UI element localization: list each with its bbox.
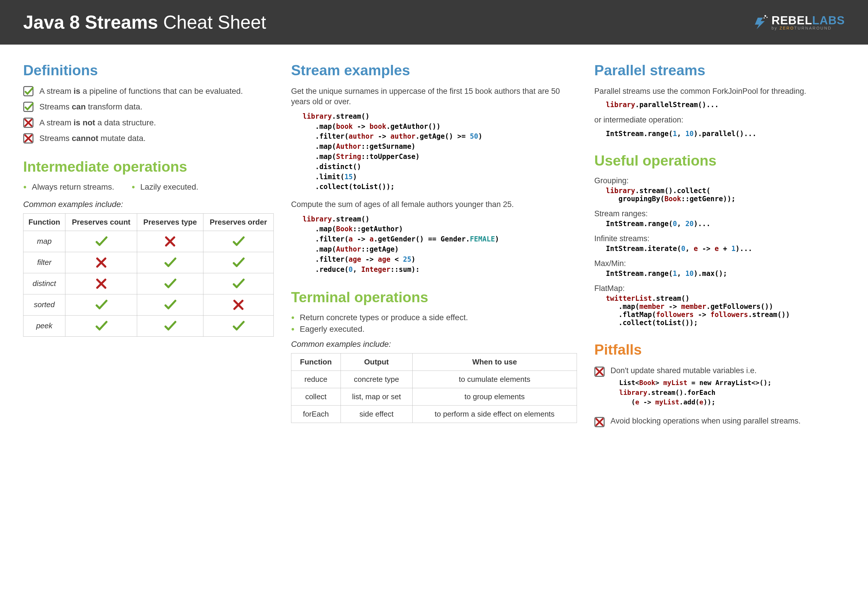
examples-section: Stream examples Get the unique surnames … [291,62,577,274]
table-cell: to group elements [412,388,577,406]
bool-cell [65,315,137,336]
bool-cell [65,231,137,252]
table-cell: forEach [291,406,341,423]
useful-label: Grouping: [594,176,845,185]
definition-text: A stream is not a data structure. [39,118,156,128]
table-cell: list, map or set [341,388,412,406]
example2-desc: Compute the sum of ages of all female au… [291,199,577,210]
parallel-desc2: or intermediate operation: [594,115,845,125]
definition-text: Streams cannot mutate data. [39,133,146,144]
fn-cell: filter [23,252,65,273]
page-title: Java 8 Streams Cheat Sheet [23,12,266,33]
table-cell: to cumulate elements [412,371,577,388]
logo-icon [753,14,769,30]
pitfalls-section: Pitfalls Don't update shared mutable var… [594,341,845,427]
bool-cell [65,252,137,273]
definition-text: Streams can transform data. [39,102,143,112]
header: Java 8 Streams Cheat Sheet REBELLABS by … [0,0,868,45]
useful-item: Grouping:library.stream().collect( group… [594,176,845,203]
table-cell: to perform a side effect on elements [412,406,577,423]
table-row: forEachside effectto perform a side effe… [291,406,577,423]
definition-item: A stream is a pipeline of functions that… [23,86,274,96]
logo-sub: by ZEROTURNAROUND [772,26,845,30]
bool-cell [65,294,137,315]
parallel-heading: Parallel streams [594,62,845,79]
terminal-heading: Terminal operations [291,289,577,306]
example1-desc: Get the unique surnames in uppercase of … [291,86,577,107]
useful-code: IntStream.iterate(0, e -> e + 1)... [606,245,845,253]
useful-label: Infinite streams: [594,234,845,243]
pitfall-item: Don't update shared mutable variables i.… [594,365,845,407]
definition-item: A stream is not a data structure. [23,118,274,128]
svg-point-2 [764,17,765,19]
bullet-item: Eagerly executed. [291,325,577,334]
table-row: map [23,231,274,252]
table-row: filter [23,252,274,273]
useful-item: Max/Min:IntStream.range(1, 10).max(); [594,259,845,278]
intermediate-section: Intermediate operations Always return st… [23,159,274,337]
parallel-code1: library.parallelStream()... [606,101,845,109]
bullet-item: Return concrete types or produce a side … [291,313,577,322]
table-header: Preserves count [65,213,137,231]
pitfall-text: Avoid blocking operations when using par… [611,416,801,426]
bool-cell [65,273,137,294]
cross-icon [23,133,34,144]
bool-cell [137,252,203,273]
table-cell: side effect [341,406,412,423]
definitions-section: Definitions A stream is a pipeline of fu… [23,62,274,144]
bool-cell [203,315,273,336]
useful-item: Infinite streams:IntStream.iterate(0, e … [594,234,845,253]
title-rest: Cheat Sheet [158,12,266,33]
parallel-section: Parallel streams Parallel streams use th… [594,62,845,138]
useful-code: IntStream.range(0, 20)... [606,220,845,228]
useful-item: FlatMap:twitterList.stream() .map(member… [594,284,845,327]
pitfalls-heading: Pitfalls [594,341,845,358]
logo: REBELLABS by ZEROTURNAROUND [753,14,845,30]
check-icon [23,102,34,112]
example2-code: library.stream() .map(Book::getAuthor) .… [303,214,577,275]
useful-code: library.stream().collect( groupingBy(Boo… [606,187,845,203]
pitfall-code: List<Book> myList = new ArrayList<>(); l… [619,378,771,407]
useful-label: FlatMap: [594,284,845,293]
useful-item: Stream ranges:IntStream.range(0, 20)... [594,209,845,228]
table-header: When to use [412,353,577,371]
useful-code: twitterList.stream() .map(member -> memb… [606,294,845,327]
bool-cell [137,294,203,315]
useful-code: IntStream.range(1, 10).max(); [606,269,845,278]
terminal-section: Terminal operations Return concrete type… [291,289,577,423]
bool-cell [137,273,203,294]
useful-label: Stream ranges: [594,209,845,218]
table-cell: reduce [291,371,341,388]
definitions-heading: Definitions [23,62,274,79]
pitfall-text: Don't update shared mutable variables i.… [611,365,771,376]
definition-item: Streams cannot mutate data. [23,133,274,144]
terminal-subhead: Common examples include: [291,340,577,349]
fn-cell: sorted [23,294,65,315]
table-header: Output [341,353,412,371]
bool-cell [203,294,273,315]
bool-cell [137,231,203,252]
intermediate-heading: Intermediate operations [23,159,274,175]
fn-cell: peek [23,315,65,336]
table-header: Function [23,213,65,231]
definition-item: Streams can transform data. [23,102,274,112]
examples-heading: Stream examples [291,62,577,79]
bullet-item: Always return streams. [23,182,114,192]
logo-main: REBELLABS [772,14,845,26]
table-header: Function [291,353,341,371]
table-cell: concrete type [341,371,412,388]
cross-icon [594,417,605,427]
table-row: reduceconcrete typeto cumulate elements [291,371,577,388]
useful-section: Useful operations Grouping:library.strea… [594,152,845,327]
table-row: collectlist, map or setto group elements [291,388,577,406]
intermediate-subhead: Common examples include: [23,200,274,209]
bool-cell [203,252,273,273]
fn-cell: distinct [23,273,65,294]
table-row: peek [23,315,274,336]
table-row: distinct [23,273,274,294]
table-row: sorted [23,294,274,315]
parallel-desc1: Parallel streams use the common ForkJoin… [594,86,845,96]
table-cell: collect [291,388,341,406]
example1-code: library.stream() .map(book -> book.getAu… [303,112,577,192]
definition-text: A stream is a pipeline of functions that… [39,86,243,96]
